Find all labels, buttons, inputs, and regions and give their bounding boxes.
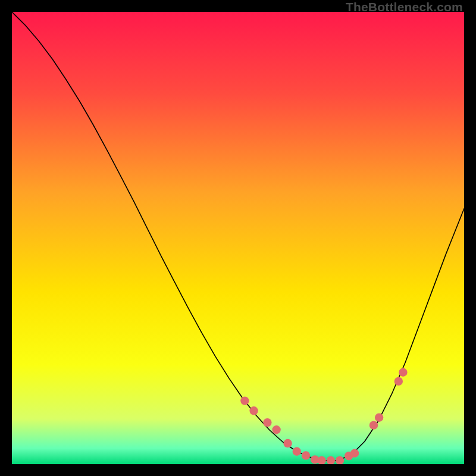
bead-marker	[272, 425, 280, 434]
bead-marker	[369, 421, 378, 429]
bead-marker	[283, 439, 292, 447]
bead-marker	[350, 449, 359, 458]
chart-frame	[12, 12, 464, 464]
attribution-text: TheBottleneck.com	[346, 0, 463, 14]
gradient-background	[12, 12, 464, 464]
bead-marker	[399, 368, 407, 377]
bead-marker	[302, 451, 310, 459]
bead-marker	[293, 447, 301, 456]
bead-marker	[240, 396, 249, 405]
bead-marker	[263, 418, 271, 427]
bead-marker	[394, 377, 403, 386]
bead-marker	[375, 414, 383, 422]
bead-marker	[249, 406, 258, 415]
chart-svg	[12, 12, 464, 464]
